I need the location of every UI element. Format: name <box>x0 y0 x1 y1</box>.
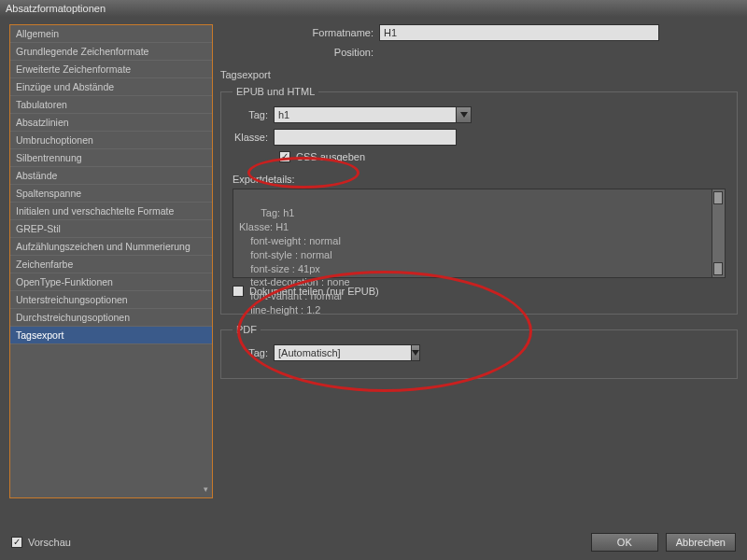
position-label: Position: <box>276 47 379 58</box>
ok-button[interactable]: OK <box>591 533 658 552</box>
epub-html-legend: EPUB und HTML <box>233 86 318 97</box>
sidebar-item-tabulatoren[interactable]: Tabulatoren <box>10 96 212 114</box>
sidebar-item-spaltenspanne[interactable]: Spaltenspanne <box>10 185 212 203</box>
scroll-down-thumb[interactable] <box>713 262 723 275</box>
sidebar: AllgemeinGrundlegende ZeichenformateErwe… <box>9 24 213 498</box>
pdf-tag-dropdown[interactable] <box>274 344 397 361</box>
pdf-tag-input[interactable] <box>274 344 412 361</box>
epub-tag-input[interactable] <box>274 106 457 123</box>
export-details-label: Exportdetails: <box>233 174 726 185</box>
preview-checkbox[interactable]: ✓ Vorschau <box>11 537 71 548</box>
checkbox-box-icon: ✓ <box>11 537 22 548</box>
sidebar-item-grep-stil[interactable]: GREP-Stil <box>10 220 212 238</box>
export-details-text: Tag: h1 Klasse: H1 font-weight : normal … <box>239 207 350 315</box>
sidebar-item-einz-ge-und-abst-nde[interactable]: Einzüge und Abstände <box>10 78 212 96</box>
epub-html-group: EPUB und HTML Tag: Klasse: ✓ CSS ausgebe… <box>220 86 738 315</box>
epub-class-label: Klasse: <box>233 132 274 143</box>
preview-label: Vorschau <box>28 537 71 548</box>
sidebar-item-allgemein[interactable]: Allgemein <box>10 25 212 43</box>
epub-class-input[interactable] <box>274 129 457 146</box>
sidebar-item-zeichenfarbe[interactable]: Zeichenfarbe <box>10 256 212 273</box>
epub-tag-dropdown[interactable] <box>274 106 472 123</box>
checkbox-box-icon: ✓ <box>279 151 290 162</box>
footer: ✓ Vorschau OK Abbrechen <box>0 525 747 560</box>
section-title: Tagsexport <box>220 69 738 80</box>
sidebar-item-opentype-funktionen[interactable]: OpenType-Funktionen <box>10 273 212 291</box>
pdf-tag-dd-btn[interactable] <box>412 344 420 361</box>
dialog-body: AllgemeinGrundlegende ZeichenformateErwe… <box>0 17 747 506</box>
sidebar-item-abst-nde[interactable]: Abstände <box>10 167 212 185</box>
sidebar-item-tagsexport[interactable]: Tagsexport <box>10 327 212 344</box>
sidebar-item-erweiterte-zeichenformate[interactable]: Erweiterte Zeichenformate <box>10 61 212 78</box>
sidebar-item-initialen-und-verschachtelte-formate[interactable]: Initialen und verschachtelte Formate <box>10 203 212 220</box>
title-bar: Absatzformatoptionen <box>0 0 747 17</box>
sidebar-item-umbruchoptionen[interactable]: Umbruchoptionen <box>10 132 212 149</box>
chevron-down-icon <box>412 350 419 356</box>
sidebar-item-durchstreichungsoptionen[interactable]: Durchstreichungsoptionen <box>10 309 212 327</box>
sidebar-item-grundlegende-zeichenformate[interactable]: Grundlegende Zeichenformate <box>10 43 212 61</box>
css-output-label: CSS ausgeben <box>296 151 365 162</box>
epub-tag-dd-btn[interactable] <box>457 106 472 123</box>
formatname-label: Formatname: <box>276 27 379 38</box>
details-scrollbar[interactable] <box>712 189 725 277</box>
scroll-up-thumb[interactable] <box>713 191 723 204</box>
epub-tag-label: Tag: <box>233 109 274 120</box>
chevron-down-icon <box>460 112 468 118</box>
css-output-checkbox[interactable]: ✓ CSS ausgeben <box>279 151 365 162</box>
formatname-input[interactable] <box>379 24 659 41</box>
pdf-group: PDF Tag: <box>220 324 738 379</box>
cancel-button[interactable]: Abbrechen <box>666 533 736 552</box>
pdf-tag-label: Tag: <box>233 347 274 358</box>
sidebar-item-absatzlinien[interactable]: Absatzlinien <box>10 114 212 132</box>
sidebar-item-unterstreichungsoptionen[interactable]: Unterstreichungsoptionen <box>10 291 212 309</box>
sidebar-item-silbentrennung[interactable]: Silbentrennung <box>10 149 212 167</box>
main-panel: Formatname: Position: Tagsexport EPUB un… <box>220 24 738 498</box>
window-title: Absatzformatoptionen <box>6 3 106 14</box>
sidebar-item-aufz-hlungszeichen-und-nummerierung[interactable]: Aufzählungszeichen und Nummerierung <box>10 238 212 256</box>
export-details-box: Tag: h1 Klasse: H1 font-weight : normal … <box>233 189 726 278</box>
